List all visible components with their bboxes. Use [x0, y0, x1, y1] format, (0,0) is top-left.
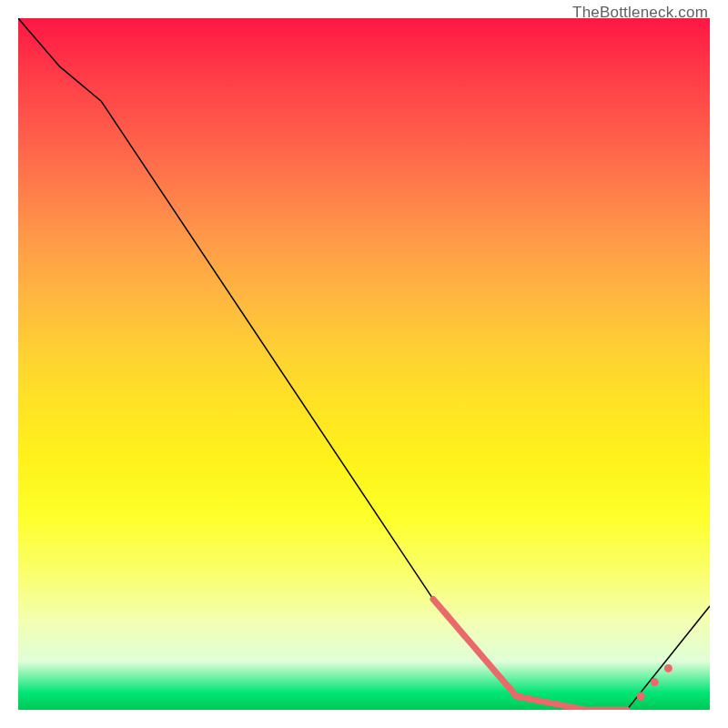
chart-container: TheBottleneck.com — [0, 0, 728, 728]
plot-area — [18, 18, 710, 710]
marker-dot — [637, 692, 645, 700]
marker-group — [637, 664, 672, 700]
curve-line — [18, 18, 710, 710]
marker-dot — [664, 664, 672, 672]
highlight-segment — [433, 599, 627, 710]
chart-svg — [18, 18, 710, 710]
marker-dot — [651, 678, 659, 686]
